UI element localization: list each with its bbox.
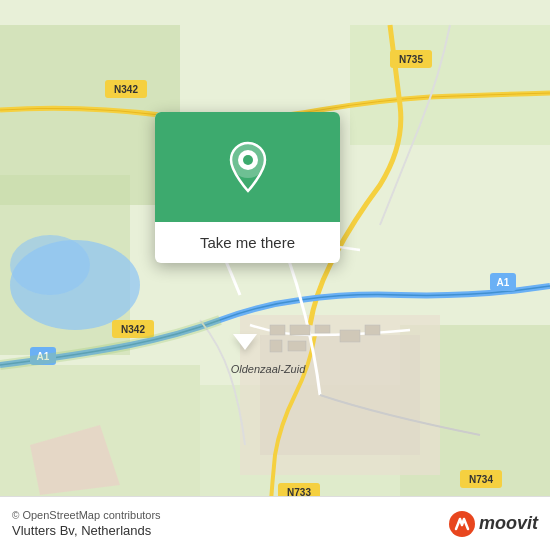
svg-rect-4 [350,25,550,145]
svg-text:N735: N735 [399,54,423,65]
take-me-there-button[interactable]: Take me there [155,222,340,263]
svg-rect-30 [288,341,306,351]
popup-button-label: Take me there [200,234,295,251]
popup-top [155,112,340,222]
location-info: Vlutters Bv, Netherlands [12,523,161,538]
map-attribution: © OpenStreetMap contributors [12,509,161,521]
svg-rect-32 [365,325,380,335]
popup-card: Take me there [155,112,340,263]
moovit-logo: moovit [449,511,538,537]
moovit-icon [449,511,475,537]
popup-tail [233,334,257,350]
map-pin-icon [226,140,270,194]
location-name: Vlutters Bv, [12,523,78,538]
svg-text:Oldenzaal-Zuid: Oldenzaal-Zuid [231,363,306,375]
location-country: Netherlands [81,523,151,538]
svg-rect-27 [290,325,310,335]
svg-text:N734: N734 [469,474,493,485]
map-svg: N342 N342 N735 A1 A1 N733 N734 [0,0,550,550]
svg-rect-26 [270,325,285,335]
svg-text:A1: A1 [497,277,510,288]
moovit-brand-name: moovit [479,513,538,534]
svg-rect-31 [340,330,360,342]
svg-point-35 [243,155,253,165]
map-container: N342 N342 N735 A1 A1 N733 N734 [0,0,550,550]
svg-point-3 [10,235,90,295]
svg-rect-9 [260,335,420,455]
svg-rect-29 [270,340,282,352]
svg-rect-28 [315,325,330,333]
bottom-bar: © OpenStreetMap contributors Vlutters Bv… [0,496,550,550]
svg-text:N342: N342 [121,324,145,335]
svg-text:N342: N342 [114,84,138,95]
